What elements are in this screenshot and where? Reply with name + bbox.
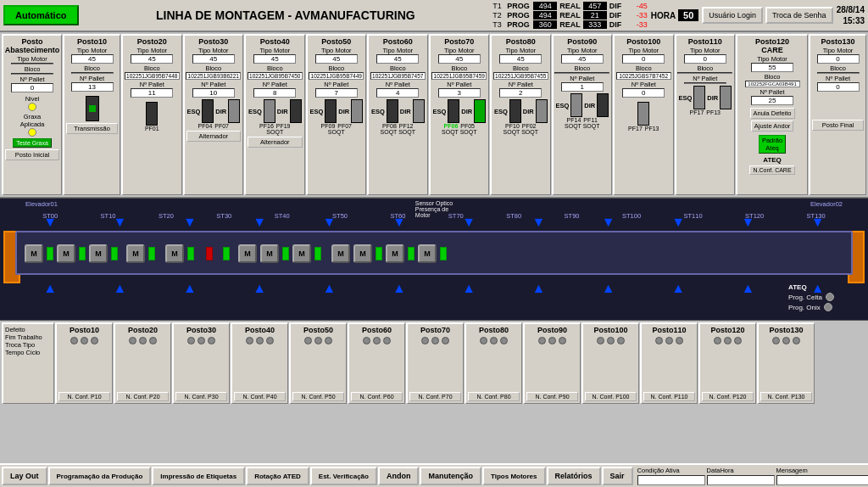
datahora-field xyxy=(707,475,775,485)
bottom-posto20: Posto20 N. Conf. P20 xyxy=(114,322,171,404)
time-display: 15:33 xyxy=(837,15,865,26)
ateq-section-label: ATEQ xyxy=(788,283,807,291)
bottom-posto40: Posto40 N. Conf. P40 xyxy=(231,322,288,404)
posto70-panel: Posto70 Tipo Motor 45 Bloco 102251JGB95B… xyxy=(429,34,490,195)
condicao-ativa-label: Condição Ativa xyxy=(637,467,705,474)
posto120-care-panel: Posto120CARE Tipo Motor 55 Bloco 102252F… xyxy=(736,34,808,195)
sensor-posto90-dir xyxy=(597,93,609,117)
motor-unit: M xyxy=(25,244,43,263)
nconf-p40-button[interactable]: N. Conf. P40 xyxy=(234,392,286,401)
nconf-p10-button[interactable]: N. Conf. P10 xyxy=(58,392,110,401)
nconf-p60-button[interactable]: N. Conf. P60 xyxy=(351,392,403,401)
posto110-panel: Posto110 Tipo Motor 0 Bloco Nº Pallet ES… xyxy=(675,34,736,195)
nconf-p70-button[interactable]: N. Conf. P70 xyxy=(409,392,461,401)
troca-senha-button[interactable]: Troca de Senha xyxy=(765,7,833,24)
padrao-ateq-button[interactable]: PadrãoAteq xyxy=(759,135,786,154)
nconf-p90-button[interactable]: N. Conf. P90 xyxy=(526,392,578,401)
t2-dif-val: -33 xyxy=(627,11,648,20)
relatorios-button[interactable]: Relatórios xyxy=(547,467,601,485)
teste-graxa-button[interactable]: Teste Graxa xyxy=(13,138,52,148)
andon-button[interactable]: Andon xyxy=(378,467,420,485)
motor-unit: M xyxy=(126,244,145,263)
posto130-panel: Posto130 Tipo Motor 0 Bloco Nº Pallet 0 … xyxy=(809,34,866,195)
posto30-panel: Posto30 Tipo Motor 45 Bloco 102251JGB93B… xyxy=(183,34,244,195)
nconf-p50-button[interactable]: N. Conf. P50 xyxy=(292,392,344,401)
posto100-panel: Posto100 Tipo Motor 0 Bloco 10225JGBS7B7… xyxy=(613,34,674,195)
nconf-care-button[interactable]: N.Conf. CARE xyxy=(749,165,794,175)
t2-real-val: 21 xyxy=(583,11,607,20)
manutencao-button[interactable]: Manutenção xyxy=(420,467,481,485)
sensor-posto60-esq xyxy=(387,99,398,123)
t1-label: T1 xyxy=(492,2,504,10)
ajuste-andor-button[interactable]: Ajuste Andor xyxy=(751,120,794,132)
conveyor-section: Elevador01 Sensor OpticoPresença deMotor… xyxy=(0,198,868,321)
nconf-p120-button[interactable]: N. Conf. P120 xyxy=(702,392,754,401)
alternador30-button[interactable]: Alternador xyxy=(186,131,242,142)
hora-block: HORA 50 xyxy=(651,9,699,21)
motor-unit: M xyxy=(292,244,311,263)
est-verificacao-button[interactable]: Est. Verificação xyxy=(310,467,377,485)
usuario-login-button[interactable]: Usuário Login xyxy=(702,7,763,24)
bottom-posto70: Posto70 N. Conf. P70 xyxy=(406,322,464,404)
mensagem-label: Mensagem xyxy=(776,467,868,474)
sensor-posto110-dir xyxy=(720,86,732,109)
motor-unit: M xyxy=(353,244,372,263)
sensor-posto110-esq xyxy=(693,86,705,109)
sair-button[interactable]: Sair xyxy=(602,467,633,485)
hora-value: 50 xyxy=(678,9,698,21)
conveyor-track: M M M M M M M M xyxy=(15,231,853,275)
sensor-posto100 xyxy=(637,102,649,126)
bottom-posto120: Posto120 N. Conf. P120 xyxy=(698,322,756,404)
posto50-panel: Posto50 Tipo Motor 45 Bloco 102251JGB95B… xyxy=(306,34,367,195)
sensor-posto50-dir xyxy=(351,99,363,123)
hora-label: HORA xyxy=(651,11,676,20)
condicao-ativa-field xyxy=(637,475,705,485)
bottom-posto110: Posto110 N. Conf. P110 xyxy=(640,322,698,404)
anula-defeito-button[interactable]: Anula Defeito xyxy=(750,108,795,119)
nconf-p110-button[interactable]: N. Conf. P110 xyxy=(643,392,695,401)
bottom-posto10: Posto10 N. Conf. P10 xyxy=(55,322,113,404)
sensor-posto40-esq xyxy=(264,99,275,123)
motor-unit: M xyxy=(331,244,350,263)
nconf-p80-button[interactable]: N. Conf. P80 xyxy=(468,392,520,401)
arrows-top: ▼ ▼ ▼ ▼ ▼ ▼ ▼ ▼ ▼ ▼ ▼ ▼ xyxy=(15,214,853,231)
prog-celta-indicator xyxy=(826,293,834,301)
programacao-button[interactable]: Programação da Produção xyxy=(48,467,152,485)
sensor-posto40-dir xyxy=(290,99,302,123)
t1-dif-val: -45 xyxy=(627,2,648,10)
nivel-indicator xyxy=(28,103,36,111)
motor-unit: M xyxy=(165,244,184,263)
date-display: 28/8/14 xyxy=(837,4,865,15)
auto-button[interactable]: Automático xyxy=(3,5,79,25)
motor-unit: M xyxy=(418,244,437,263)
posto-inicial-button[interactable]: Posto Inicial xyxy=(5,149,59,160)
nconf-p130-button[interactable]: N. Conf. P130 xyxy=(760,392,812,401)
motor-unit: M xyxy=(89,244,108,263)
rotacao-button[interactable]: Rotação ATED xyxy=(246,467,309,485)
bottom-posto50: Posto50 N. Conf. P50 xyxy=(289,322,347,404)
info-panel: Defeito Fim Trabalho Troca Tipo Tempo Ci… xyxy=(2,322,54,404)
prog-onix-label: Prog. Onix xyxy=(788,304,821,311)
nconf-p20-button[interactable]: N. Conf. P20 xyxy=(117,392,169,401)
lay-out-button[interactable]: Lay Out xyxy=(2,467,47,485)
impressao-button[interactable]: Impressão de Etiquetas xyxy=(152,467,245,485)
nconf-p30-button[interactable]: N. Conf. P30 xyxy=(175,392,227,401)
mensagem-field xyxy=(776,475,868,485)
t2-label: T2 xyxy=(492,11,504,20)
t1-real-val: 457 xyxy=(583,2,607,10)
nconf-p100-button[interactable]: N. Conf. P100 xyxy=(585,392,637,401)
main-content: PostoAbastecimento Tipo Motor Bloco Nº P… xyxy=(0,32,868,463)
motor-units-row: M M M M M M M M xyxy=(24,236,844,271)
prog-onix-indicator xyxy=(824,303,832,311)
posto40-panel: Posto40 Tipo Motor 45 Bloco 102251JGB95B… xyxy=(244,34,305,195)
alternador40-button[interactable]: Alternador xyxy=(248,137,303,148)
prog-block: T1 PROG 494 REAL 457 DIF -45 T2 PROG 494… xyxy=(492,2,648,29)
datahora-label: DataHora xyxy=(707,467,775,474)
tipos-motores-button[interactable]: Tipos Motores xyxy=(482,467,546,485)
bottom-posto30: Posto30 N. Conf. P30 xyxy=(172,322,230,404)
transmissao-button[interactable]: Transmissão xyxy=(66,123,118,134)
prog-label: PROG xyxy=(507,2,531,10)
posto-final-button[interactable]: Posto Final xyxy=(812,120,864,131)
sensor-posto80-dir xyxy=(536,99,548,123)
prog-celta-label: Prog. Celta xyxy=(788,294,822,301)
